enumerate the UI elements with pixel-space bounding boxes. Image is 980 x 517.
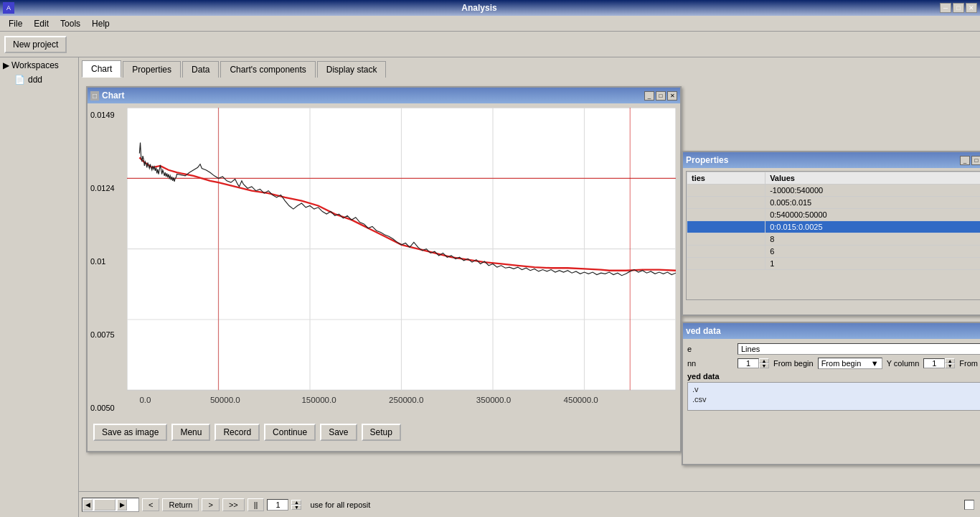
tab-display-stack[interactable]: Display stack <box>317 61 387 78</box>
save-button[interactable]: Save <box>320 424 357 441</box>
sidebar-item-label: ddd <box>28 75 42 85</box>
prop-key <box>687 221 765 233</box>
prop-val: 1 <box>765 258 980 270</box>
table-row[interactable]: 8 <box>687 233 981 246</box>
nav-return-btn[interactable]: Return <box>162 498 199 511</box>
chart-win-restore[interactable]: _ <box>644 91 654 101</box>
bottom-scrollbar[interactable]: ◀ ▶ <box>82 498 139 512</box>
nav-spinner: ▲ ▼ <box>291 500 301 510</box>
table-row[interactable]: 0:540000:50000 <box>687 209 981 221</box>
props2-ycol-input[interactable] <box>923 358 945 368</box>
table-row-selected[interactable]: 0:0.015:0.0025 <box>687 221 981 233</box>
properties-table-scroll[interactable]: ties Values -10000:540000 0.005:0.015 <box>686 171 980 300</box>
properties-table: ties Values -10000:540000 0.005:0.015 <box>687 172 980 270</box>
prop-restore-btn[interactable]: _ <box>960 156 970 165</box>
prop-val: 0.005:0.015 <box>765 197 980 209</box>
x-label-3: 250000.0 <box>389 396 423 404</box>
properties-controls: _ □ ✕ <box>960 156 980 165</box>
sidebar-item-ddd[interactable]: 📄 ddd <box>3 73 75 86</box>
close-button[interactable]: ✕ <box>966 3 977 13</box>
x-label-1: 50000.0 <box>210 396 240 404</box>
chart-svg-container: 0.0 50000.0 150000.0 250000.0 350000.0 4… <box>127 103 680 419</box>
props2-titlebar: ved data _ □ ✕ <box>683 323 980 339</box>
sidebar: ▶ Workspaces 📄 ddd <box>0 57 79 517</box>
scroll-left-btn[interactable]: ◀ <box>83 499 93 511</box>
col-properties: ties <box>687 172 765 185</box>
menu-edit[interactable]: Edit <box>28 17 55 30</box>
table-row[interactable]: 0.005:0.015 <box>687 197 981 209</box>
setup-button[interactable]: Setup <box>362 424 401 441</box>
chart-win-maximize[interactable]: □ <box>656 91 666 101</box>
x-label-2: 150000.0 <box>301 396 336 404</box>
continue-button[interactable]: Continue <box>264 424 316 441</box>
props2-body: e Lines ▼ Hide Cont nn ▲ <box>683 339 980 415</box>
ycol-spin-down[interactable]: ▼ <box>945 363 955 368</box>
props2-type-value: Lines <box>741 345 760 353</box>
new-project-button[interactable]: New project <box>4 36 67 53</box>
chart-win-close[interactable]: ✕ <box>667 91 677 101</box>
bottom-right-checkbox[interactable] <box>964 500 974 510</box>
record-button[interactable]: Record <box>215 424 260 441</box>
props2-col-label: nn <box>687 359 738 368</box>
y-label-2: 0.0075 <box>90 330 124 339</box>
prop-val: -10000:540000 <box>765 185 980 197</box>
nav-pause-btn[interactable]: || <box>248 498 265 511</box>
props2-window: ved data _ □ ✕ e Lines ▼ <box>682 322 980 465</box>
sidebar-workspaces[interactable]: ▶ Workspaces <box>3 60 75 70</box>
ycol-spin-up[interactable]: ▲ <box>945 358 955 363</box>
props2-data-section-label: yed data <box>687 372 980 381</box>
table-row[interactable]: -10000:540000 <box>687 185 981 197</box>
prop-key <box>687 258 765 270</box>
nav-more-btn[interactable]: > <box>202 498 219 511</box>
col-spinner: ▲ ▼ <box>759 358 769 368</box>
tab-chart[interactable]: Chart <box>82 60 121 78</box>
nav-spin-up[interactable]: ▲ <box>291 500 301 505</box>
menu-button[interactable]: Menu <box>171 424 210 441</box>
nav-skip-btn[interactable]: >> <box>222 498 245 511</box>
chart-window-title-text: □ Chart <box>90 90 124 101</box>
use-for-all-label: use for all reposit <box>310 500 370 509</box>
chart-icon: □ <box>90 91 99 101</box>
prop-key <box>687 197 765 209</box>
title-bar: A Analysis ─ □ ✕ <box>0 0 980 16</box>
nav-less-btn[interactable]: < <box>142 498 159 511</box>
prop-val: 8 <box>765 233 980 246</box>
tab-properties[interactable]: Properties <box>123 61 181 78</box>
prop-maximize-btn[interactable]: □ <box>971 156 980 165</box>
main-area: ▶ Workspaces 📄 ddd Chart Properties Data… <box>0 57 980 517</box>
triangle-icon: ▶ <box>3 60 9 70</box>
from-begin-dropdown[interactable]: From begin ▼ <box>818 358 882 369</box>
chart-svg: 0.0 50000.0 150000.0 250000.0 350000.0 4… <box>127 108 676 415</box>
col-spin-down[interactable]: ▼ <box>759 363 769 368</box>
properties-window: Properties _ □ ✕ ties Values <box>682 151 980 316</box>
maximize-button[interactable]: □ <box>953 3 964 13</box>
props2-data-list: .v .csv <box>687 382 980 411</box>
data-item-0[interactable]: .v <box>691 384 980 394</box>
tab-chart-components[interactable]: Chart's components <box>220 61 315 78</box>
tab-data[interactable]: Data <box>182 61 219 78</box>
scroll-thumb[interactable] <box>94 499 116 511</box>
data-item-1[interactable]: .csv <box>691 394 980 404</box>
menu-file[interactable]: File <box>3 17 28 30</box>
y-label-1: 0.0050 <box>90 404 124 412</box>
chart-buttons: Save as image Menu Record Continue Save … <box>88 419 680 445</box>
nav-input[interactable] <box>267 499 288 511</box>
properties-title: Properties <box>686 155 728 165</box>
props2-type-dropdown[interactable]: Lines ▼ <box>738 343 980 355</box>
table-row[interactable]: 1 <box>687 258 981 270</box>
scroll-right-btn[interactable]: ▶ <box>117 499 127 511</box>
from-end-label: From end <box>959 359 980 368</box>
minimize-button[interactable]: ─ <box>940 3 951 13</box>
from-begin-value: From begin <box>821 359 862 368</box>
menu-help[interactable]: Help <box>86 17 116 30</box>
x-label-5: 450000.0 <box>564 396 598 404</box>
workspaces-label: Workspaces <box>11 60 59 70</box>
col-spin-up[interactable]: ▲ <box>759 358 769 363</box>
table-row[interactable]: 6 <box>687 246 981 258</box>
props2-type-row: e Lines ▼ Hide Cont <box>687 343 980 355</box>
props2-col-input[interactable] <box>738 358 759 368</box>
save-image-button[interactable]: Save as image <box>93 424 167 441</box>
prop-key <box>687 185 765 197</box>
nav-spin-down[interactable]: ▼ <box>291 505 301 510</box>
menu-tools[interactable]: Tools <box>55 17 86 30</box>
